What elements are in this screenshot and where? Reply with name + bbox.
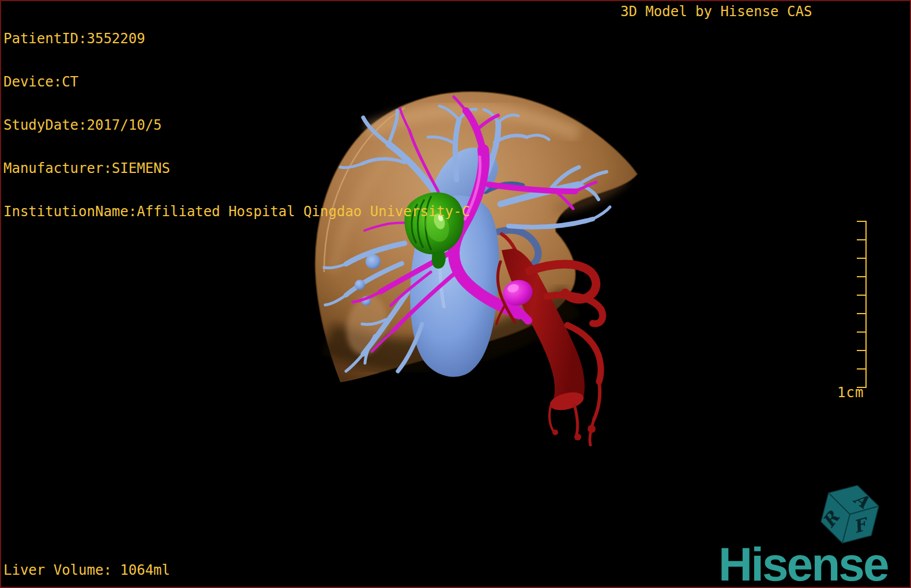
study-date-line: StudyDate:2017/10/5 xyxy=(3,118,470,133)
manufacturer-line: Manufacturer:SIEMENS xyxy=(3,161,470,176)
scale-bar-unit-label: 1cm xyxy=(837,385,864,401)
patient-id-line: PatientID:3552209 xyxy=(3,32,470,46)
device-line: Device:CT xyxy=(3,75,470,89)
viewer-canvas[interactable]: R A F PatientID:3552209 Device:CT StudyD… xyxy=(0,0,911,588)
hisense-logo: Hisense xyxy=(718,541,888,588)
scale-bar xyxy=(857,221,867,388)
viewer-title: 3D Model by Hisense CAS xyxy=(620,3,812,20)
liver-volume-label: Liver Volume: 1064ml xyxy=(3,562,170,578)
patient-info-overlay: PatientID:3552209 Device:CT StudyDate:20… xyxy=(3,3,470,248)
hisense-logo-text: Hisense xyxy=(718,541,888,588)
institution-line: InstitutionName:Affiliated Hospital Qing… xyxy=(3,205,470,219)
orientation-cube[interactable]: R A F xyxy=(818,485,879,543)
